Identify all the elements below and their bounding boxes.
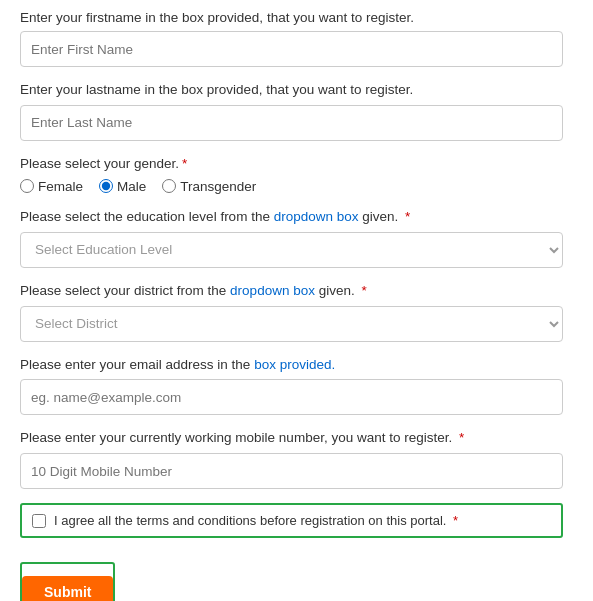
district-group: Please select your district from the dro… <box>20 282 563 342</box>
gender-group: Please select your gender.* Female Male … <box>20 155 563 194</box>
gender-transgender-option[interactable]: Transgender <box>162 179 256 194</box>
email-label: Please enter your email address in the b… <box>20 356 563 375</box>
education-required: * <box>405 209 410 224</box>
terms-group: I agree all the terms and conditions bef… <box>20 503 563 538</box>
education-select[interactable]: Select Education Level <box>20 232 563 268</box>
first-name-input[interactable] <box>20 31 563 67</box>
gender-female-label: Female <box>38 179 83 194</box>
district-label: Please select your district from the dro… <box>20 282 563 301</box>
district-required: * <box>361 283 366 298</box>
district-select[interactable]: Select District <box>20 306 563 342</box>
email-input[interactable] <box>20 379 563 415</box>
gender-label: Please select your gender.* <box>20 155 563 174</box>
gender-required: * <box>182 156 187 171</box>
terms-required: * <box>453 513 458 528</box>
gender-male-option[interactable]: Male <box>99 179 146 194</box>
mobile-group: Please enter your currently working mobi… <box>20 429 563 489</box>
mobile-required: * <box>459 430 464 445</box>
education-group: Please select the education level from t… <box>20 208 563 268</box>
submit-wrapper: Submit <box>20 562 115 601</box>
registration-form: Enter your firstname in the box provided… <box>0 0 593 601</box>
first-name-label: Enter your firstname in the box provided… <box>20 10 563 25</box>
gender-radio-group: Female Male Transgender <box>20 179 563 194</box>
terms-checkbox-group: I agree all the terms and conditions bef… <box>20 503 563 538</box>
last-name-input[interactable] <box>20 105 563 141</box>
email-group: Please enter your email address in the b… <box>20 356 563 416</box>
gender-male-label: Male <box>117 179 146 194</box>
mobile-input[interactable] <box>20 453 563 489</box>
last-name-group: Enter your lastname in the box provided,… <box>20 81 563 141</box>
submit-button[interactable]: Submit <box>22 576 113 601</box>
mobile-label: Please enter your currently working mobi… <box>20 429 563 448</box>
education-label: Please select the education level from t… <box>20 208 563 227</box>
gender-transgender-radio[interactable] <box>162 179 176 193</box>
gender-transgender-label: Transgender <box>180 179 256 194</box>
terms-label[interactable]: I agree all the terms and conditions bef… <box>54 513 458 528</box>
terms-checkbox[interactable] <box>32 514 46 528</box>
first-name-group: Enter your firstname in the box provided… <box>20 10 563 67</box>
last-name-label: Enter your lastname in the box provided,… <box>20 81 563 100</box>
gender-male-radio[interactable] <box>99 179 113 193</box>
gender-female-radio[interactable] <box>20 179 34 193</box>
gender-female-option[interactable]: Female <box>20 179 83 194</box>
